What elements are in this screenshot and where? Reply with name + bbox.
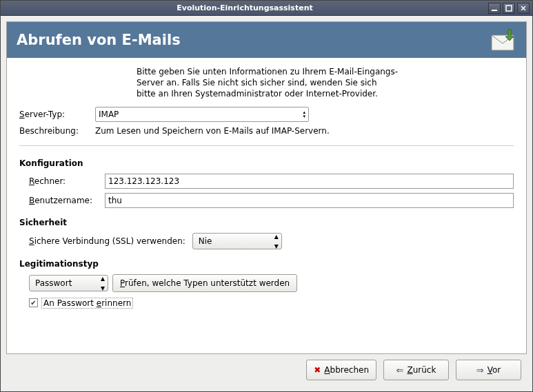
window-title: Evolution-Einrichtungsassistent (3, 3, 486, 12)
close-button[interactable] (517, 3, 530, 14)
svg-rect-1 (506, 6, 512, 11)
main-panel: Abrufen von E-Mails Bitte geben Sie unte… (6, 21, 527, 354)
auth-type-select[interactable]: Passwort ▴▾ (29, 275, 108, 291)
footer-buttons: ✖ Abbrechen ⇐ Zurück ⇒ Vor (6, 354, 527, 386)
spinner-icon: ▴▾ (101, 274, 105, 293)
host-input[interactable] (108, 176, 510, 186)
titlebar[interactable]: Evolution-Einrichtungsassistent (1, 1, 532, 16)
host-input-wrapper (105, 174, 514, 189)
back-button[interactable]: ⇐ Zurück (383, 360, 449, 380)
server-type-select[interactable]: IMAP ▴▾ (95, 107, 309, 122)
config-section-title: Konfiguration (19, 158, 514, 168)
page-header: Abrufen von E-Mails (7, 22, 526, 58)
server-type-label: Server-Typ: (19, 110, 95, 119)
remember-password-checkbox[interactable] (29, 298, 38, 307)
next-button[interactable]: ⇒ Vor (456, 360, 521, 380)
host-row: Rechner: (29, 174, 514, 189)
username-input-wrapper (105, 193, 514, 208)
svg-rect-0 (492, 10, 497, 11)
remember-password-label[interactable]: An Passwort erinnern (41, 298, 133, 309)
intro-line: bitte an Ihren Systemadministrator oder … (137, 88, 514, 99)
ssl-select[interactable]: Nie ▴▾ (192, 233, 282, 249)
spinner-icon: ▴▾ (274, 231, 279, 251)
separator (19, 145, 514, 146)
forward-arrow-icon: ⇒ (476, 365, 484, 375)
window-frame: Evolution-Einrichtungsassistent Abrufen … (0, 0, 533, 392)
ssl-row: Sichere Verbindung (SSL) verwenden: Nie … (29, 233, 514, 249)
security-section-title: Sicherheit (19, 218, 514, 227)
content-area: Abrufen von E-Mails Bitte geben Sie unte… (1, 16, 532, 391)
username-label: Benutzername: (29, 196, 105, 205)
ssl-value: Nie (199, 236, 212, 246)
intro-text: Bitte geben Sie unten Informationen zu I… (137, 66, 514, 100)
description-value: Zum Lesen und Speichern von E-Mails auf … (95, 126, 330, 136)
page-title: Abrufen von E-Mails (17, 32, 489, 48)
cancel-button[interactable]: ✖ Abbrechen (306, 360, 376, 380)
cancel-icon: ✖ (314, 365, 321, 375)
username-input[interactable] (108, 196, 510, 205)
description-row: Beschreibung: Zum Lesen und Speichern vo… (19, 126, 514, 136)
spinner-icon: ▴▾ (303, 110, 305, 118)
remember-password-row: An Passwort erinnern (29, 298, 514, 309)
username-row: Benutzername: (29, 193, 514, 208)
auth-section-title: Legitimationstyp (19, 259, 514, 269)
minimize-button[interactable] (488, 3, 501, 14)
maximize-button[interactable] (503, 3, 515, 14)
body-area: Bitte geben Sie unten Informationen zu I… (7, 58, 526, 353)
host-label: Rechner: (29, 176, 105, 186)
check-types-button[interactable]: Prüfen, welche Typen unterstützt werden (112, 274, 297, 292)
mail-receive-icon (489, 28, 516, 52)
ssl-label: Sichere Verbindung (SSL) verwenden: (29, 236, 185, 246)
description-label: Beschreibung: (19, 126, 95, 136)
server-type-value: IMAP (99, 110, 119, 119)
intro-line: Server an. Falls Sie nicht sich sicher s… (137, 77, 514, 88)
intro-line: Bitte geben Sie unten Informationen zu I… (137, 66, 514, 77)
server-type-row: Server-Typ: IMAP ▴▾ (19, 107, 514, 122)
auth-type-value: Passwort (35, 278, 72, 288)
back-arrow-icon: ⇐ (396, 365, 404, 375)
